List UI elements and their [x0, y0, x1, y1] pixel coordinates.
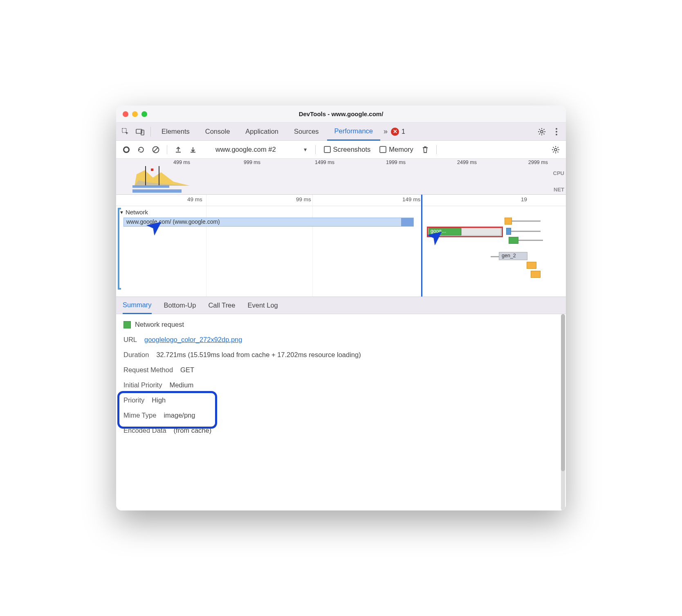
tab-event-log[interactable]: Event Log: [247, 297, 278, 314]
svg-point-9: [554, 148, 557, 151]
tab-console[interactable]: Console: [198, 123, 238, 141]
device-toolbar-icon[interactable]: [133, 125, 147, 139]
tab-call-tree[interactable]: Call Tree: [208, 297, 235, 314]
cursor-line: [421, 195, 422, 297]
row-initial-priority: Initial Priority Medium: [123, 381, 559, 389]
scrollbar[interactable]: [561, 314, 565, 510]
memory-checkbox[interactable]: Memory: [376, 146, 417, 153]
session-name[interactable]: www.google.com #2: [212, 146, 279, 153]
tab-summary[interactable]: Summary: [123, 297, 152, 314]
upload-icon[interactable]: [172, 144, 184, 156]
svg-rect-10: [151, 169, 153, 171]
memory-label: Memory: [389, 146, 413, 153]
tab-bottom-up[interactable]: Bottom-Up: [164, 297, 196, 314]
more-tabs-icon[interactable]: »: [381, 127, 390, 136]
network-bar[interactable]: [527, 262, 536, 269]
overview-timeline[interactable]: 499 ms 999 ms 1499 ms 1999 ms 2499 ms 29…: [116, 159, 566, 195]
devtools-tabbar: Elements Console Application Sources Per…: [116, 123, 566, 141]
svg-point-6: [556, 134, 557, 135]
network-bar[interactable]: [506, 228, 511, 235]
settings-icon[interactable]: [535, 125, 549, 139]
record-button[interactable]: [120, 144, 132, 156]
network-track: ▼ Network www.google.com/ (www.google.co…: [116, 207, 566, 217]
tab-elements[interactable]: Elements: [154, 123, 197, 141]
session-dropdown-icon[interactable]: ▼: [301, 147, 310, 153]
svg-rect-2: [141, 130, 144, 135]
network-track-header[interactable]: ▼ Network: [116, 207, 566, 217]
network-bar[interactable]: [461, 228, 501, 236]
tab-performance[interactable]: Performance: [327, 123, 380, 141]
network-bar-main[interactable]: www.google.com/ (www.google.com): [123, 218, 414, 227]
minimize-button[interactable]: [132, 111, 138, 117]
net-graph: [116, 189, 566, 193]
clear-button[interactable]: [150, 144, 162, 156]
network-bar[interactable]: [531, 271, 541, 278]
checkbox-icon: [324, 146, 331, 153]
screenshots-checkbox[interactable]: Screenshots: [321, 146, 374, 153]
track-bracket: [118, 208, 121, 290]
svg-point-5: [556, 131, 557, 133]
row-url: URL googlelogo_color_272x92dp.png: [123, 336, 559, 344]
network-bar-selected[interactable]: goog…: [428, 228, 461, 236]
overview-labels: CPU NET: [553, 169, 564, 194]
url-link[interactable]: googlelogo_color_272x92dp.png: [144, 336, 242, 344]
error-badge-icon[interactable]: ✕: [391, 128, 399, 136]
request-color-swatch: [123, 321, 131, 328]
svg-line-8: [154, 148, 158, 152]
scrollbar-thumb[interactable]: [561, 314, 565, 471]
detail-tabbar: Summary Bottom-Up Call Tree Event Log: [116, 297, 566, 314]
section-title: Network request: [123, 321, 559, 328]
overview-ticks: 499 ms 999 ms 1499 ms 1999 ms 2499 ms 29…: [116, 160, 566, 165]
traffic-lights: [123, 111, 147, 117]
checkbox-icon: [379, 146, 386, 153]
flame-ruler: 49 ms 99 ms 149 ms 19: [116, 195, 566, 206]
network-bar[interactable]: [505, 218, 512, 225]
maximize-button[interactable]: [141, 111, 147, 117]
devtools-window: DevTools - www.google.com/ Elements Cons…: [116, 106, 566, 510]
flamechart[interactable]: 49 ms 99 ms 149 ms 19 ▼ Network www.goog…: [116, 195, 566, 297]
cpu-graph: [116, 166, 566, 186]
download-icon[interactable]: [187, 144, 199, 156]
row-method: Request Method GET: [123, 366, 559, 374]
svg-point-3: [541, 130, 543, 133]
titlebar: DevTools - www.google.com/: [116, 106, 566, 123]
tab-sources[interactable]: Sources: [287, 123, 326, 141]
close-button[interactable]: [123, 111, 128, 117]
perf-toolbar: www.google.com #2 ▼ Screenshots Memory: [116, 141, 566, 159]
summary-panel: Network request URL googlelogo_color_272…: [116, 314, 566, 510]
tab-application[interactable]: Application: [238, 123, 286, 141]
error-count[interactable]: 1: [402, 128, 405, 135]
window-title: DevTools - www.google.com/: [116, 110, 566, 117]
perf-settings-icon[interactable]: [550, 144, 562, 156]
network-bar[interactable]: [509, 237, 518, 244]
inspect-icon[interactable]: [119, 125, 132, 139]
network-bar-gen2[interactable]: gen_2: [499, 252, 527, 260]
screenshots-label: Screenshots: [333, 146, 371, 153]
trash-icon[interactable]: [419, 144, 431, 156]
annotation-highlight: [117, 391, 217, 429]
row-duration: Duration 32.721ms (15.519ms load from ca…: [123, 351, 559, 359]
svg-point-4: [556, 128, 557, 130]
reload-record-button[interactable]: [135, 144, 147, 156]
kebab-menu-icon[interactable]: [550, 125, 563, 139]
